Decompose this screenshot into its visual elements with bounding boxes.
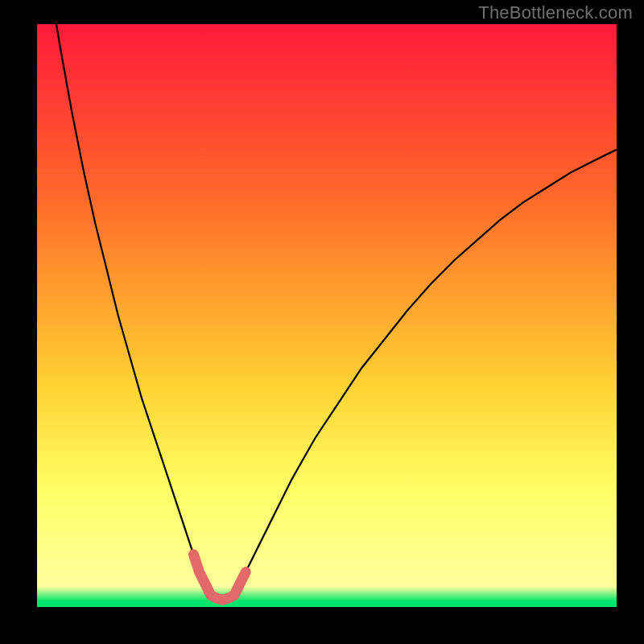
plot-background (37, 24, 617, 607)
chart-svg (0, 0, 644, 644)
watermark-text: TheBottleneck.com (478, 2, 633, 23)
chart-frame: TheBottleneck.com (0, 0, 644, 644)
